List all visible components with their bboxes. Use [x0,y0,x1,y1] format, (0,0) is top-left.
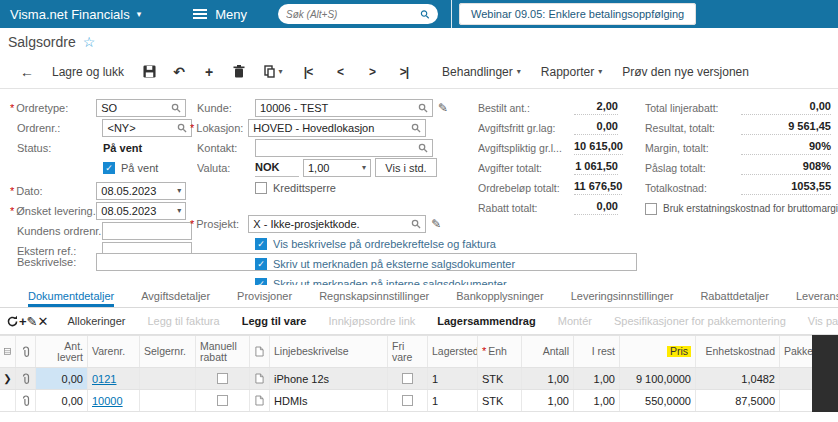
vis-beskrivelse-checkbox[interactable]: ✓ [255,238,267,250]
header-manuell-rabatt[interactable]: Manuell rabatt [196,336,250,367]
header-enh[interactable]: *Enh [478,336,522,367]
add-row-button[interactable]: + [19,314,27,329]
merknad-eksterne-checkbox[interactable]: ✓ [255,258,267,270]
header-varenr[interactable]: Varenr. [88,336,140,367]
tab-avgiftsdetaljer[interactable]: Avgiftsdetaljer [141,290,210,307]
pa-vent-checkbox[interactable]: ✓ [103,162,115,174]
kundens-ordrenr-input[interactable] [102,222,192,240]
copy-paste-button[interactable]: ▾ [254,65,292,78]
tab-provisjoner[interactable]: Provisjoner [237,290,292,307]
header-pakkemontering[interactable]: Pakkemc [780,336,812,367]
attachments-header[interactable] [16,336,36,367]
currency-code-field[interactable]: NOK [255,159,299,177]
cell-enh[interactable]: STK [478,390,522,411]
cell-varenr[interactable]: 0121 [88,368,140,389]
fri-vare-checkbox[interactable] [402,395,413,406]
calendar-dropdown-icon[interactable]: ▾ [177,186,181,195]
cell-antall[interactable]: 1,00 [522,390,574,411]
row-attachment-cell[interactable] [16,390,36,411]
lookup-icon[interactable] [177,123,187,133]
cell-linjebeskrivelse[interactable]: HDMIs [270,390,388,411]
cell-note[interactable] [250,390,270,411]
cell-pakkemontering[interactable] [780,368,812,389]
ordrenr-input[interactable]: <NY> [102,119,192,137]
manuell-rabatt-checkbox[interactable] [217,373,228,384]
header-enhetskostnad[interactable]: Enhetskostnad [696,336,780,367]
varenr-link[interactable]: 0121 [92,373,116,385]
refresh-button[interactable] [6,315,19,328]
row-attachment-cell[interactable] [16,368,36,389]
header-fri-vare[interactable]: Fri vare [388,336,428,367]
tab-leveranser[interactable]: Leveranser [796,290,838,307]
save-button[interactable] [134,65,164,78]
tab-regnskapsinnstillinger[interactable]: Regnskapsinnstillinger [319,290,429,307]
behandlinger-menu[interactable]: Behandlinger ▾ [432,65,531,79]
cell-fri-vare[interactable] [388,368,428,389]
tab-rabattdetaljer[interactable]: Rabattdetaljer [700,290,769,307]
webinar-banner-button[interactable]: Webinar 09.05: Enklere betalingsoppfølgi… [459,3,696,25]
table-row[interactable]: ❯ 0,00 0121 iPhone 12s 1 STK 1,00 1,00 9… [0,368,812,390]
add-record-button[interactable]: + [194,64,224,80]
chevron-down-icon[interactable]: ▾ [362,163,366,172]
vis-i-std-button[interactable]: Vis i std. [375,158,437,177]
header-selgernr[interactable]: Selgernr. [140,336,196,367]
lokasjon-input[interactable]: HOVED - Hovedlokasjon [248,119,426,137]
header-pris[interactable]: Pris [620,336,696,367]
cell-selgernr[interactable] [140,368,196,389]
kunde-input[interactable]: 10006 - TEST [255,99,433,117]
go-previous-button[interactable]: < [324,65,356,79]
cell-i-rest[interactable]: 1,00 [574,368,620,389]
delete-button[interactable] [224,65,254,78]
main-menu-button[interactable]: Meny [193,7,247,22]
onsket-levering-input[interactable]: 08.05.2023 ▾ [96,202,186,220]
cell-lagersted[interactable]: 1 [428,368,478,389]
fri-vare-checkbox[interactable] [402,373,413,384]
cell-ant-levert[interactable]: 0,00 [36,390,88,411]
go-last-button[interactable]: >| [388,65,420,79]
calendar-dropdown-icon[interactable]: ▾ [177,206,181,215]
back-button[interactable]: ← [12,64,42,80]
header-notes[interactable] [250,336,270,367]
kredittsperre-checkbox[interactable] [255,182,267,194]
currency-rate-combo[interactable]: 1,00 ▾ [303,159,371,177]
lookup-icon[interactable] [418,143,428,153]
tab-leveringsinnstillinger[interactable]: Leveringsinnstillinger [571,290,674,307]
lookup-icon[interactable] [418,103,428,113]
cell-antall[interactable]: 1,00 [522,368,574,389]
cell-pris[interactable]: 550,0000 [620,390,696,411]
cell-note[interactable] [250,368,270,389]
cell-i-rest[interactable]: 1,00 [574,390,620,411]
tab-bankopplysninger[interactable]: Bankopplysninger [456,290,543,307]
erstatningskostnad-checkbox[interactable] [645,203,657,215]
global-search[interactable] [278,4,438,24]
edit-kunde-icon[interactable]: ✎ [438,101,448,115]
app-brand-menu[interactable]: Visma.net Financials ▾ [10,7,141,22]
cell-linjebeskrivelse[interactable]: iPhone 12s [270,368,388,389]
try-new-version-link[interactable]: Prøv den nye versjonen [612,65,759,79]
header-ant-levert[interactable]: Ant. levert [36,336,88,367]
manuell-rabatt-checkbox[interactable] [217,395,228,406]
cell-pris[interactable]: 9 100,0000 [620,368,696,389]
cell-ant-levert[interactable]: 0,00 [36,368,88,389]
favorite-star-icon[interactable]: ☆ [83,34,96,50]
cell-manuell-rabatt[interactable] [196,390,250,411]
save-and-close-button[interactable]: Lagre og lukk [42,65,134,79]
varenr-link[interactable]: 10000 [92,395,123,407]
delete-row-button[interactable]: ✕ [38,314,49,329]
lookup-icon[interactable] [171,103,181,113]
lagersammendrag-button[interactable]: Lagersammendrag [426,315,546,327]
header-i-rest[interactable]: I rest [574,336,620,367]
cell-selgernr[interactable] [140,390,196,411]
prosjekt-input[interactable]: X - Ikke-prosjektkode. [248,215,426,233]
cell-varenr[interactable]: 10000 [88,390,140,411]
kontakt-input[interactable] [255,139,433,157]
lookup-icon[interactable] [411,123,421,133]
rapporter-menu[interactable]: Rapporter ▾ [531,65,612,79]
cell-enh[interactable]: STK [478,368,522,389]
select-all-header[interactable] [0,336,16,367]
dato-input[interactable]: 08.05.2023 ▾ [96,182,186,200]
go-next-button[interactable]: > [356,65,388,79]
table-row[interactable]: 0,00 10000 HDMIs 1 STK 1,00 1,00 550,000… [0,390,812,412]
ordretype-input[interactable]: SO [96,99,186,117]
cell-pakkemontering[interactable] [780,390,812,411]
